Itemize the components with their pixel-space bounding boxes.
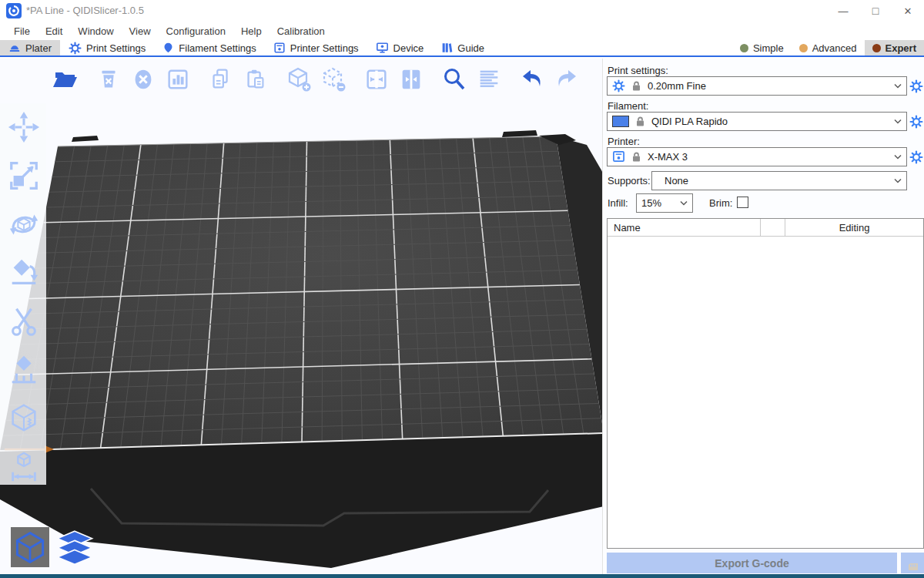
editor-view-button[interactable]	[11, 527, 49, 567]
redo-button[interactable]	[551, 63, 583, 96]
print-settings-gear-button[interactable]	[908, 78, 924, 95]
infill-select[interactable]: 15%	[636, 193, 693, 213]
paste-button[interactable]	[239, 63, 272, 96]
undo-button[interactable]	[516, 63, 548, 96]
menu-item-help[interactable]: Help	[233, 23, 270, 39]
menu-item-view[interactable]: View	[122, 23, 159, 39]
simple-mode-dot	[740, 44, 748, 52]
redo-icon	[553, 66, 581, 93]
scale-tool[interactable]	[6, 158, 42, 193]
place-on-face-icon	[7, 256, 41, 290]
menu-item-window[interactable]: Window	[70, 23, 121, 39]
mode-expert[interactable]: Expert	[865, 40, 924, 55]
object-manipulation-toolbar	[0, 103, 46, 485]
chevron-down-icon	[894, 178, 902, 183]
close-button[interactable]: ✕	[892, 0, 924, 22]
print-settings-select[interactable]: 0.20mm Fine	[607, 76, 907, 96]
print-settings-label: Print settings:	[608, 65, 668, 76]
column-header-name: Name	[608, 219, 761, 236]
filament-value: QIDI PLA Rapido	[651, 116, 889, 127]
gear-icon	[909, 115, 923, 129]
scale-icon	[7, 159, 41, 193]
paste-icon	[243, 66, 269, 92]
menu-item-calibration[interactable]: Calibration	[270, 23, 333, 39]
undo-icon	[518, 66, 546, 93]
object-list[interactable]: Name Editing	[607, 218, 924, 549]
variable-layer-height-icon	[476, 66, 502, 92]
menu-item-file[interactable]: File	[6, 23, 38, 39]
cut-tool[interactable]	[6, 304, 42, 339]
tab-printer-settings[interactable]: Printer Settings	[265, 40, 367, 55]
tab-device[interactable]: Device	[367, 40, 433, 55]
preview-view-button[interactable]	[55, 527, 94, 567]
add-instance-button[interactable]	[283, 63, 315, 96]
printer-select[interactable]: X-MAX 3	[607, 147, 907, 166]
maximize-button[interactable]: □	[859, 0, 892, 22]
export-to-sd-button[interactable]	[901, 553, 924, 573]
paint-supports-tool[interactable]	[6, 352, 42, 388]
seam-tool[interactable]	[6, 401, 42, 436]
move-tool[interactable]	[6, 109, 42, 145]
gear-icon	[612, 79, 625, 92]
printer-label: Printer:	[608, 136, 640, 147]
paint-supports-icon	[7, 353, 41, 387]
tab-print-settings[interactable]: Print Settings	[60, 40, 154, 55]
tab-filament-settings[interactable]: Filament Settings	[154, 40, 264, 55]
variable-layer-height-button[interactable]	[473, 63, 505, 96]
tab-guide[interactable]: Guide	[432, 40, 493, 55]
mode-simple[interactable]: Simple	[732, 40, 792, 55]
filament-select[interactable]: QIDI PLA Rapido	[607, 112, 907, 131]
place-on-face-tool[interactable]	[6, 255, 42, 291]
column-header-editing: Editing	[785, 222, 923, 234]
supports-value: None	[657, 175, 889, 187]
mode-advanced[interactable]: Advanced	[792, 40, 865, 55]
split-objects-icon	[363, 66, 390, 92]
printer-icon	[273, 42, 286, 54]
chevron-down-icon	[680, 200, 688, 206]
gear-icon	[909, 150, 923, 164]
open-button[interactable]	[49, 63, 82, 96]
brim-label: Brim:	[709, 197, 732, 209]
search-icon	[440, 66, 468, 93]
plater-icon	[8, 42, 21, 54]
tab-plater[interactable]: Plater	[0, 40, 60, 55]
guide-books-icon	[440, 42, 453, 54]
print-settings-value: 0.20mm Fine	[648, 80, 889, 92]
search-button[interactable]	[438, 63, 470, 96]
open-folder-icon	[52, 66, 79, 93]
title-bar: *PA Line - QIDISlicer-1.0.5 — □ ✕	[0, 0, 924, 22]
trash-icon	[95, 66, 122, 92]
menu-item-configuration[interactable]: Configuration	[159, 23, 233, 39]
supports-select[interactable]: None	[651, 171, 907, 190]
column-header-spacer	[761, 219, 785, 236]
add-instance-icon	[285, 66, 313, 93]
copy-icon	[208, 66, 234, 92]
lock-icon	[634, 116, 646, 127]
split-to-objects-button[interactable]	[360, 63, 393, 96]
measure-icon	[7, 450, 41, 484]
split-to-parts-button[interactable]	[395, 63, 427, 96]
expert-mode-dot	[872, 44, 881, 52]
filament-color-swatch	[612, 116, 629, 127]
remove-instance-button[interactable]	[317, 63, 350, 96]
settings-panel: Print settings: 0.20mm Fine Filament: QI…	[602, 59, 924, 574]
brim-checkbox[interactable]	[737, 197, 748, 208]
export-gcode-button[interactable]: Export G-code	[607, 553, 897, 573]
arrange-button[interactable]	[162, 63, 194, 96]
menu-item-edit[interactable]: Edit	[38, 23, 70, 39]
mode-switcher: Simple Advanced Expert	[732, 40, 924, 55]
app-logo-icon	[6, 3, 22, 18]
minimize-button[interactable]: —	[827, 0, 859, 22]
rotate-tool[interactable]	[6, 207, 42, 242]
measure-tool[interactable]	[6, 449, 42, 485]
3d-viewport[interactable]	[0, 59, 602, 574]
copy-button[interactable]	[205, 63, 237, 96]
printer-value: X-MAX 3	[648, 151, 889, 163]
printer-icon	[612, 150, 625, 163]
advanced-mode-dot	[799, 44, 808, 52]
sd-card-icon	[908, 563, 919, 571]
delete-all-button[interactable]	[127, 63, 159, 96]
delete-button[interactable]	[92, 63, 125, 96]
filament-gear-button[interactable]	[908, 113, 924, 130]
printer-gear-button[interactable]	[908, 149, 924, 166]
